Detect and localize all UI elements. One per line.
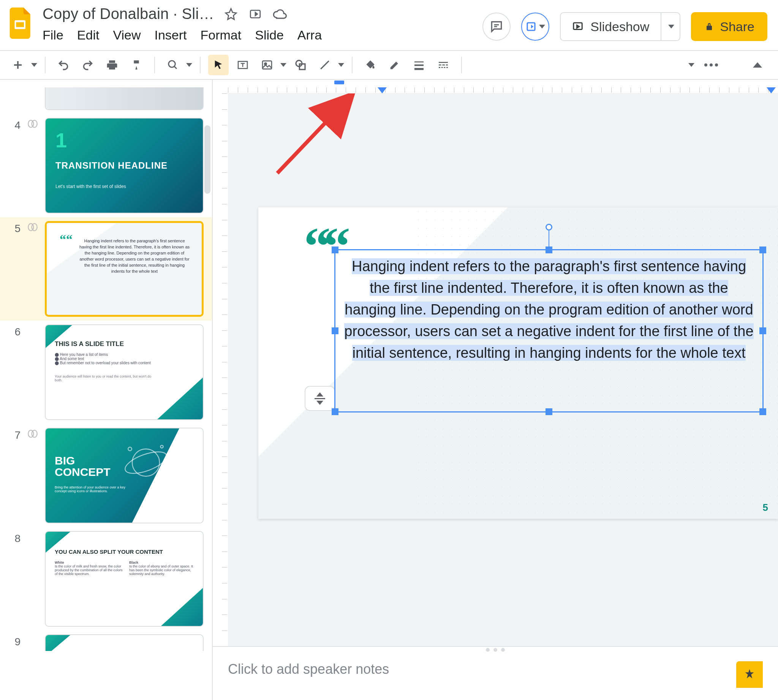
svg-rect-20: [444, 67, 445, 68]
menu-format[interactable]: Format: [200, 28, 242, 43]
slideshow-label: Slideshow: [590, 19, 649, 34]
star-icon[interactable]: [224, 7, 239, 22]
redo-button[interactable]: [77, 55, 98, 75]
resize-handle[interactable]: [760, 247, 766, 253]
image-tool[interactable]: [257, 55, 286, 75]
slide-thumbnail[interactable]: BIGCONCEPT Bring the attention of your a…: [45, 428, 204, 523]
svg-point-31: [160, 445, 163, 448]
slide-thumbnail-selected[interactable]: ““ Hanging indent refers to the paragrap…: [45, 221, 204, 317]
selected-textbox[interactable]: Hanging indent refers to the paragraph's…: [334, 249, 763, 412]
thumb-number: 5: [8, 221, 20, 235]
comments-button[interactable]: [482, 13, 511, 41]
svg-rect-12: [414, 65, 424, 66]
share-label: Share: [720, 19, 755, 34]
annotation-arrow: [266, 93, 380, 185]
svg-point-27: [32, 430, 37, 438]
svg-rect-18: [439, 67, 440, 68]
svg-rect-16: [442, 65, 445, 66]
svg-point-28: [132, 449, 160, 476]
horizontal-ruler[interactable]: [228, 80, 778, 93]
notes-resize-handle[interactable]: [213, 646, 778, 653]
svg-point-30: [128, 447, 132, 451]
toolbar-overflow-dropdown[interactable]: [688, 63, 695, 67]
speaker-notes[interactable]: Click to add speaker notes: [213, 653, 778, 700]
resize-handle[interactable]: [546, 247, 553, 253]
resize-handle[interactable]: [546, 408, 553, 415]
autofit-control[interactable]: [305, 386, 335, 411]
slide[interactable]: ““ 5: [258, 207, 778, 519]
svg-rect-7: [262, 61, 272, 69]
resize-handle[interactable]: [760, 327, 766, 334]
fill-color-button[interactable]: [360, 55, 381, 75]
slide-thumbnail[interactable]: THIS IS A SLIDE TITLE ⬤ Here you have a …: [45, 324, 204, 420]
speaker-notes-placeholder[interactable]: Click to add speaker notes: [228, 661, 389, 677]
slideshow-button[interactable]: Slideshow: [561, 13, 661, 40]
present-mode-button[interactable]: [521, 13, 549, 41]
slide-canvas[interactable]: ““ 5: [228, 93, 778, 646]
slideshow-button-group: Slideshow: [560, 12, 680, 41]
slides-app-icon[interactable]: [7, 5, 34, 41]
svg-rect-14: [439, 62, 448, 63]
vertical-ruler[interactable]: [213, 93, 228, 646]
titlebar: Copy of Donalbain · Sli… File Edit View …: [0, 0, 778, 43]
line-tool[interactable]: [314, 55, 344, 75]
textbox-content[interactable]: Hanging indent refers to the paragraph's…: [343, 256, 755, 406]
border-dash-button[interactable]: [433, 55, 454, 75]
rotate-handle[interactable]: [546, 224, 553, 230]
menu-slide[interactable]: Slide: [255, 28, 284, 43]
thumb-number: 6: [8, 324, 20, 338]
border-color-button[interactable]: [384, 55, 405, 75]
svg-rect-15: [439, 65, 441, 66]
transition-icon: [27, 221, 39, 232]
menu-arrange[interactable]: Arra: [297, 28, 322, 43]
menu-file[interactable]: File: [43, 28, 63, 43]
resize-handle[interactable]: [332, 327, 339, 334]
svg-rect-11: [414, 62, 424, 63]
document-title[interactable]: Copy of Donalbain · Sli…: [43, 5, 214, 22]
left-indent-marker[interactable]: [377, 86, 387, 93]
menu-insert[interactable]: Insert: [154, 28, 187, 43]
textbox-tool[interactable]: [232, 55, 253, 75]
border-weight-button[interactable]: [409, 55, 429, 75]
filmstrip-scrollbar[interactable]: [204, 125, 210, 194]
paint-format-button[interactable]: [126, 55, 147, 75]
svg-rect-17: [446, 65, 448, 66]
select-tool[interactable]: [208, 55, 229, 75]
print-button[interactable]: [102, 55, 122, 75]
svg-point-5: [169, 61, 175, 68]
slideshow-dropdown[interactable]: [661, 13, 679, 40]
slide-thumbnail[interactable]: [45, 634, 204, 651]
slide-page-number: 5: [763, 502, 768, 513]
shape-tool[interactable]: [290, 55, 311, 75]
slide-thumbnail[interactable]: [45, 87, 204, 110]
cloud-status-icon[interactable]: [272, 7, 287, 22]
slide-thumbnail[interactable]: 1 TRANSITION HEADLINE Let's start with t…: [45, 118, 204, 213]
svg-rect-13: [414, 68, 424, 70]
svg-rect-1: [16, 22, 24, 27]
menu-view[interactable]: View: [113, 28, 140, 43]
new-slide-button[interactable]: [8, 55, 37, 75]
transition-icon: [27, 428, 39, 438]
toolbar-more-button[interactable]: [704, 63, 718, 67]
explore-button[interactable]: [736, 661, 763, 688]
menubar: File Edit View Insert Format Slide Arra: [43, 28, 366, 43]
slide-thumbnail[interactable]: YOU CAN ALSO SPLIT YOUR CONTENT WhiteIs …: [45, 531, 204, 627]
transition-icon: [27, 118, 39, 128]
right-indent-marker[interactable]: [766, 86, 776, 93]
svg-point-25: [32, 224, 37, 231]
undo-button[interactable]: [53, 55, 74, 75]
zoom-button[interactable]: [163, 55, 192, 75]
share-button[interactable]: Share: [691, 12, 767, 41]
filmstrip[interactable]: 4 1 TRANSITION HEADLINE Let's start with…: [0, 80, 213, 700]
first-line-indent-marker[interactable]: [334, 80, 344, 84]
collapse-toolbar-button[interactable]: [753, 62, 762, 68]
move-icon[interactable]: [248, 7, 263, 22]
resize-handle[interactable]: [332, 408, 339, 415]
svg-rect-19: [441, 67, 443, 68]
svg-point-29: [123, 447, 169, 478]
thumb-number: 7: [8, 428, 20, 441]
toolbar: [0, 51, 778, 79]
resize-handle[interactable]: [760, 408, 766, 415]
menu-edit[interactable]: Edit: [77, 28, 100, 43]
resize-handle[interactable]: [332, 247, 339, 253]
